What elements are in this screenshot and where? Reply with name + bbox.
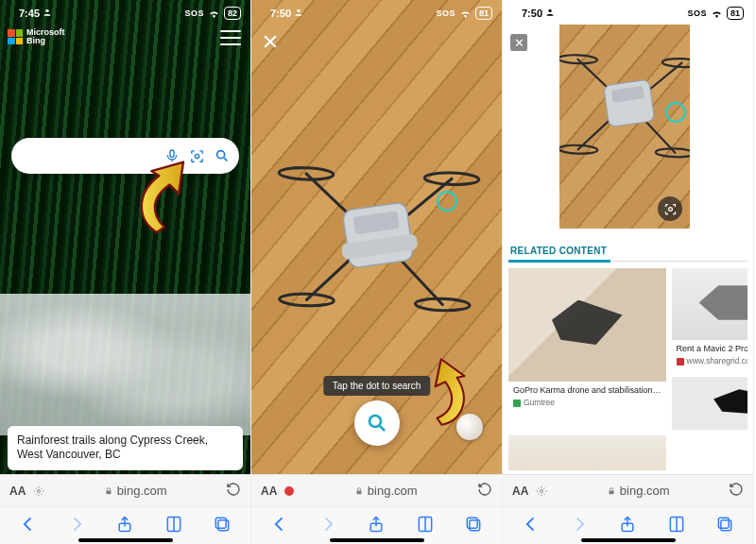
home-indicator — [581, 538, 676, 542]
url-domain: bing.com — [620, 484, 670, 498]
bing-logo-text: Microsoft Bing — [26, 28, 65, 46]
svg-rect-34 — [719, 518, 730, 528]
svg-rect-27 — [604, 79, 655, 127]
related-content-header: RELATED CONTENT — [510, 246, 607, 256]
status-time: 7:50 — [270, 8, 291, 19]
screen-visual-search-camera: 7:50 SOS 81 — [251, 0, 503, 544]
result-card[interactable] — [672, 377, 747, 430]
battery-indicator: 81 — [727, 7, 744, 20]
svg-point-3 — [217, 151, 225, 159]
tab-underline — [508, 261, 747, 262]
svg-rect-33 — [721, 519, 731, 530]
safari-address-bar[interactable]: AA bing.com — [251, 474, 502, 506]
crop-search-button[interactable] — [658, 196, 682, 221]
forward-button[interactable] — [318, 515, 337, 534]
annotation-arrow — [123, 161, 198, 236]
screen-visual-search-results: 7:50 SOS 81 ✕ — [503, 0, 754, 544]
image-caption-card[interactable]: Rainforest trails along Cypress Creek, W… — [8, 426, 243, 470]
home-indicator — [330, 538, 424, 542]
status-bar: 7:50 SOS 81 — [251, 0, 502, 25]
close-button[interactable] — [261, 32, 280, 51]
search-icon[interactable] — [215, 148, 230, 163]
reload-button[interactable] — [477, 482, 492, 500]
status-time: 7:50 — [522, 8, 542, 19]
caption-text: Rainforest trails along Cypress Creek, W… — [17, 434, 208, 462]
svg-rect-18 — [356, 490, 361, 494]
menu-button[interactable] — [220, 30, 241, 45]
visual-search-shutter-button[interactable] — [354, 400, 400, 446]
svg-rect-20 — [470, 519, 480, 530]
safari-address-bar[interactable]: AA bing.com — [503, 474, 753, 506]
share-button[interactable] — [618, 515, 637, 534]
wifi-icon — [459, 8, 472, 18]
status-bar: 7:50 SOS 81 — [503, 0, 753, 25]
favicon-icon — [677, 358, 684, 366]
back-button[interactable] — [270, 515, 289, 534]
bookmarks-button[interactable] — [416, 515, 435, 534]
bookmarks-button[interactable] — [164, 515, 183, 534]
result-thumbnail — [672, 268, 747, 340]
battery-indicator: 82 — [224, 7, 241, 20]
share-button[interactable] — [115, 515, 134, 534]
svg-rect-7 — [218, 519, 229, 530]
bing-logo[interactable]: Microsoft Bing — [8, 28, 65, 46]
result-source: www.sharegrid.com — [687, 356, 747, 366]
svg-point-0 — [45, 9, 48, 12]
reload-button[interactable] — [226, 482, 241, 500]
result-card[interactable]: Rent a Mavic 2 Pro Pro Kit + FAA Li… www… — [672, 268, 747, 371]
svg-point-17 — [369, 416, 381, 427]
tabs-button[interactable] — [464, 515, 483, 534]
results-grid: GoPro Karma drone and stabilisation… Gum… — [508, 268, 747, 470]
text-size-button[interactable]: AA — [261, 484, 277, 498]
sos-label: SOS — [436, 8, 455, 18]
query-image-area: ✕ — [503, 0, 753, 242]
back-button[interactable] — [522, 515, 541, 534]
svg-point-24 — [662, 58, 690, 67]
home-indicator — [78, 538, 173, 542]
svg-point-22 — [548, 9, 551, 12]
share-button[interactable] — [367, 515, 386, 534]
screen-bing-home: 7:45 SOS 82 Microsoft Bing — [0, 0, 251, 544]
reload-button[interactable] — [729, 482, 744, 500]
svg-point-30 — [541, 489, 543, 492]
result-card[interactable] — [508, 435, 666, 470]
forward-button[interactable] — [67, 515, 86, 534]
wifi-icon — [711, 8, 723, 18]
svg-point-26 — [656, 148, 690, 158]
tabs-button[interactable] — [715, 515, 734, 534]
lock-icon — [104, 485, 113, 497]
camera-recording-indicator — [284, 486, 294, 496]
close-button[interactable]: ✕ — [510, 34, 527, 51]
profile-icon — [294, 8, 303, 17]
text-size-button[interactable]: AA — [512, 484, 528, 498]
query-image[interactable] — [559, 25, 690, 229]
svg-point-29 — [668, 207, 672, 211]
result-thumbnail — [508, 268, 666, 382]
result-source: Gumtree — [524, 398, 555, 408]
drone-subject — [559, 25, 690, 178]
sos-label: SOS — [687, 8, 707, 18]
page-settings-icon[interactable] — [33, 485, 44, 497]
bookmarks-button[interactable] — [667, 515, 686, 534]
status-time: 7:45 — [19, 8, 40, 19]
result-thumbnail — [672, 377, 747, 430]
wifi-icon — [208, 8, 220, 18]
battery-indicator: 81 — [475, 7, 492, 20]
forward-button[interactable] — [570, 515, 589, 534]
back-button[interactable] — [19, 515, 38, 534]
svg-rect-31 — [609, 490, 613, 494]
safari-address-bar[interactable]: AA bing.com — [0, 474, 250, 506]
url-domain: bing.com — [117, 484, 167, 498]
svg-point-4 — [38, 489, 41, 492]
svg-rect-1 — [170, 150, 174, 157]
result-title: Rent a Mavic 2 Pro Pro Kit + FAA Li… — [677, 344, 747, 354]
tabs-button[interactable] — [213, 515, 232, 534]
text-size-button[interactable]: AA — [9, 484, 26, 498]
result-title: GoPro Karma drone and stabilisation… — [513, 385, 662, 396]
sos-label: SOS — [184, 8, 204, 18]
svg-rect-21 — [468, 518, 478, 528]
svg-rect-8 — [216, 518, 227, 528]
page-settings-icon[interactable] — [536, 485, 547, 497]
result-card[interactable]: GoPro Karma drone and stabilisation… Gum… — [508, 268, 666, 430]
result-thumbnail — [508, 435, 666, 470]
